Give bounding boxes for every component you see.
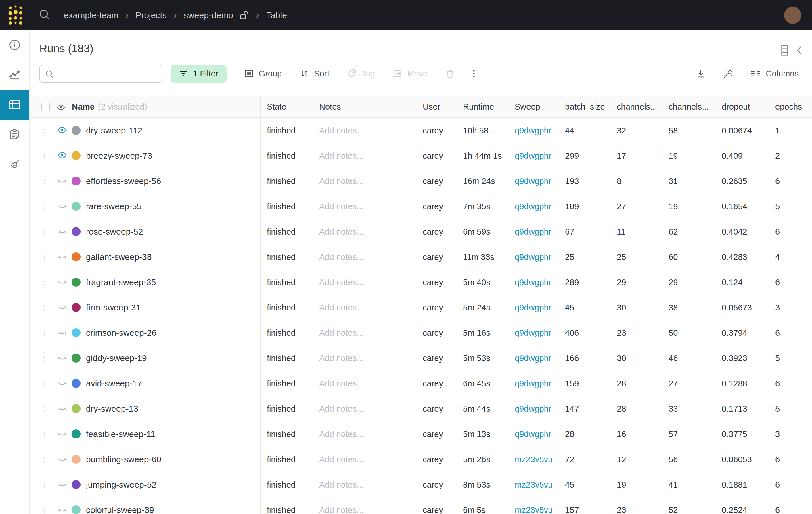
notes-cell[interactable]: Add notes... (319, 396, 364, 421)
column-header-state[interactable]: State (267, 96, 286, 117)
sweep-link[interactable]: mz23v5vu (515, 472, 553, 497)
sidebar-item-overview[interactable] (0, 30, 29, 60)
search-icon[interactable] (38, 8, 51, 23)
sweep-link[interactable]: q9dwgphr (515, 219, 551, 244)
eye-closed-icon[interactable] (57, 378, 67, 388)
delete-button[interactable] (445, 68, 455, 79)
sidebar-item-sweeps[interactable] (0, 150, 29, 180)
table-row[interactable]: fragrant-sweep-35 finished Add notes... … (30, 270, 812, 295)
run-name-link[interactable]: jumping-sweep-52 (86, 472, 156, 497)
table-row[interactable]: rare-sweep-55 finished Add notes... care… (30, 194, 812, 219)
run-name-link[interactable]: gallant-sweep-38 (86, 244, 151, 270)
runs-search-input[interactable] (40, 65, 162, 82)
tag-button[interactable]: Tag (346, 68, 375, 79)
run-name-link[interactable]: effortless-sweep-56 (86, 169, 161, 194)
eye-closed-icon[interactable] (57, 226, 67, 236)
column-header-sweep[interactable]: Sweep (515, 96, 540, 117)
row-drag-handle[interactable] (44, 178, 46, 186)
eye-closed-icon[interactable] (57, 403, 67, 413)
table-row[interactable]: bumbling-sweep-60 finished Add notes... … (30, 447, 812, 472)
row-drag-handle[interactable] (44, 456, 46, 464)
notes-cell[interactable]: Add notes... (319, 270, 364, 295)
column-header-name[interactable]: Name(2 visualized) (72, 96, 147, 117)
row-drag-handle[interactable] (44, 405, 46, 413)
row-drag-handle[interactable] (44, 329, 46, 337)
sweep-link[interactable]: q9dwgphr (515, 345, 551, 371)
sweep-link[interactable]: q9dwgphr (515, 270, 551, 295)
breadcrumb-project[interactable]: sweep-demo (184, 10, 233, 20)
table-row[interactable]: feasible-sweep-11 finished Add notes... … (30, 421, 812, 447)
notes-cell[interactable]: Add notes... (319, 219, 364, 244)
row-drag-handle[interactable] (44, 507, 46, 514)
row-drag-handle[interactable] (44, 152, 46, 160)
user-avatar[interactable] (784, 7, 801, 24)
breadcrumb-projects[interactable]: Projects (136, 10, 167, 20)
export-button[interactable] (695, 68, 706, 79)
run-name-link[interactable]: giddy-sweep-19 (86, 345, 147, 371)
notes-cell[interactable]: Add notes... (319, 194, 364, 219)
overflow-menu-button[interactable] (469, 69, 479, 79)
sweep-link[interactable]: mz23v5vu (515, 447, 553, 472)
visibility-header-icon[interactable] (57, 103, 65, 114)
notes-cell[interactable]: Add notes... (319, 244, 364, 270)
table-row[interactable]: dry-sweep-112 finished Add notes... care… (30, 118, 812, 143)
run-name-link[interactable]: feasible-sweep-11 (86, 421, 155, 447)
run-name-link[interactable]: dry-sweep-13 (86, 396, 138, 421)
sweep-link[interactable]: q9dwgphr (515, 396, 551, 421)
table-row[interactable]: avid-sweep-17 finished Add notes... care… (30, 371, 812, 396)
panel-layout-icon[interactable] (781, 45, 788, 56)
notes-cell[interactable]: Add notes... (319, 345, 364, 371)
sweep-link[interactable]: q9dwgphr (515, 371, 551, 396)
select-all-checkbox[interactable] (41, 102, 50, 111)
column-header-channels-2[interactable]: channels... (669, 96, 709, 117)
wandb-logo[interactable] (7, 4, 24, 26)
sweep-link[interactable]: q9dwgphr (515, 295, 551, 320)
run-name-link[interactable]: avid-sweep-17 (86, 371, 142, 396)
breadcrumb-team[interactable]: example-team (64, 10, 118, 20)
sweep-link[interactable]: q9dwgphr (515, 194, 551, 219)
column-header-runtime[interactable]: Runtime (463, 96, 494, 117)
run-name-link[interactable]: firm-sweep-31 (86, 295, 141, 320)
column-header-notes[interactable]: Notes (319, 96, 341, 117)
row-drag-handle[interactable] (44, 203, 46, 211)
sweep-link[interactable]: q9dwgphr (515, 143, 551, 169)
magic-tune-button[interactable] (722, 68, 734, 79)
column-header-batch-size[interactable]: batch_size (565, 96, 605, 117)
table-row[interactable]: effortless-sweep-56 finished Add notes..… (30, 169, 812, 194)
run-name-link[interactable]: dry-sweep-112 (86, 118, 142, 143)
row-drag-handle[interactable] (44, 127, 46, 135)
table-row[interactable]: crimson-sweep-26 finished Add notes... c… (30, 320, 812, 345)
run-name-link[interactable]: rare-sweep-55 (86, 194, 142, 219)
row-drag-handle[interactable] (44, 253, 46, 262)
table-row[interactable]: firm-sweep-31 finished Add notes... care… (30, 295, 812, 320)
eye-closed-icon[interactable] (57, 429, 67, 439)
columns-button[interactable]: Columns (750, 68, 799, 79)
run-name-link[interactable]: crimson-sweep-26 (86, 320, 156, 345)
notes-cell[interactable]: Add notes... (319, 320, 364, 345)
run-name-link[interactable]: rose-sweep-52 (86, 219, 143, 244)
sweep-link[interactable]: q9dwgphr (515, 320, 551, 345)
sort-button[interactable]: Sort (299, 68, 329, 79)
sweep-link[interactable]: mz23v5vu (515, 497, 553, 514)
collapse-chevron-left-icon[interactable] (796, 45, 803, 56)
column-header-epochs[interactable]: epochs (775, 96, 802, 117)
run-name-link[interactable]: fragrant-sweep-35 (86, 270, 156, 295)
sidebar-item-table[interactable] (0, 90, 29, 120)
row-drag-handle[interactable] (44, 355, 46, 363)
filter-button[interactable]: 1 Filter (171, 65, 227, 83)
sweep-link[interactable]: q9dwgphr (515, 421, 551, 447)
sweep-link[interactable]: q9dwgphr (515, 118, 551, 143)
eye-closed-icon[interactable] (57, 251, 67, 261)
eye-closed-icon[interactable] (57, 353, 67, 363)
table-row[interactable]: jumping-sweep-52 finished Add notes... c… (30, 472, 812, 497)
run-name-link[interactable]: bumbling-sweep-60 (86, 447, 161, 472)
notes-cell[interactable]: Add notes... (319, 447, 364, 472)
notes-cell[interactable]: Add notes... (319, 497, 364, 514)
notes-cell[interactable]: Add notes... (319, 472, 364, 497)
notes-cell[interactable]: Add notes... (319, 421, 364, 447)
table-row[interactable]: gallant-sweep-38 finished Add notes... c… (30, 244, 812, 270)
eye-closed-icon[interactable] (57, 454, 67, 464)
sidebar-item-reports[interactable] (0, 120, 29, 150)
row-drag-handle[interactable] (44, 304, 46, 312)
run-name-link[interactable]: breezy-sweep-73 (86, 143, 152, 169)
